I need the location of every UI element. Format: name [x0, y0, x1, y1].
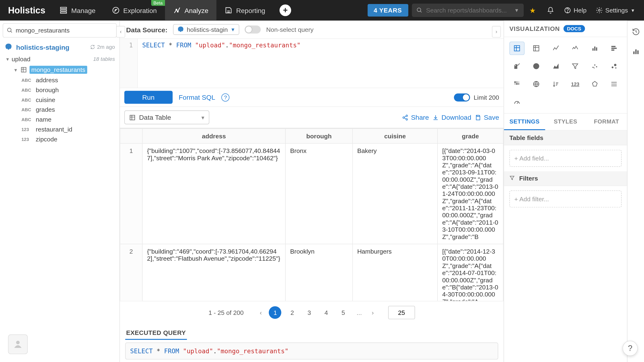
viz-funnel-icon[interactable]	[568, 60, 583, 73]
svg-point-6	[177, 11, 178, 12]
svg-rect-35	[612, 46, 616, 47]
sql-editor[interactable]: 1 SELECT * FROM "upload"."mongo_restaura…	[120, 39, 504, 88]
col-header[interactable]: borough	[286, 128, 353, 143]
page-next[interactable]: ›	[369, 309, 376, 316]
column-row[interactable]: 123 restaurant_id	[0, 124, 120, 134]
column-row[interactable]: ABC borough	[0, 85, 120, 95]
viz-hbar-icon[interactable]	[607, 42, 622, 55]
share-button[interactable]: Share	[402, 114, 429, 121]
page-3[interactable]: 3	[303, 306, 316, 319]
docs-pill[interactable]: DOCS	[564, 25, 585, 32]
format-help-icon[interactable]: ?	[222, 93, 230, 101]
col-header[interactable]: cuisine	[353, 128, 438, 143]
settings-link[interactable]: Settings ▼	[591, 6, 640, 14]
svg-rect-59	[633, 52, 634, 54]
viz-map-icon[interactable]	[529, 77, 544, 91]
viz-kpi-icon[interactable]: 123	[568, 77, 583, 91]
svg-rect-14	[22, 68, 26, 72]
schema-row[interactable]: ▼ upload 18 tables	[0, 54, 120, 64]
column-row[interactable]: ABC cuisine	[0, 95, 120, 105]
viz-sort-icon[interactable]	[548, 77, 564, 91]
svg-rect-34	[596, 47, 597, 51]
nav-manage[interactable]: Manage	[52, 0, 104, 20]
col-header[interactable]: address	[142, 128, 286, 143]
nsq-toggle[interactable]	[245, 26, 261, 34]
run-button[interactable]: Run	[124, 91, 172, 104]
nav-analyze[interactable]: Analyze	[165, 0, 216, 20]
svg-rect-49	[518, 81, 519, 83]
history-icon[interactable]	[630, 26, 642, 38]
table-row[interactable]: ▼ mongo_restaurants	[0, 64, 120, 75]
global-search[interactable]: ▼	[412, 4, 524, 17]
help-fab[interactable]: ?	[622, 341, 638, 356]
viz-bar-icon[interactable]	[587, 42, 602, 55]
sidebar-search-input[interactable]	[16, 27, 113, 34]
page-size-input[interactable]	[388, 306, 415, 319]
svg-rect-39	[516, 65, 517, 68]
viz-spark-icon[interactable]	[568, 42, 583, 55]
datasource-name: holistics-staging	[16, 43, 69, 51]
tab-settings[interactable]: SETTINGS	[504, 114, 545, 130]
table-row[interactable]: 1 {"building":"1007","coord":[-73.856077…	[120, 143, 503, 244]
viz-area-icon[interactable]	[548, 60, 564, 73]
datasource-row[interactable]: holistics-staging 2m ago	[0, 40, 120, 54]
save-button[interactable]: Save	[475, 114, 499, 121]
tab-format[interactable]: FORMAT	[586, 114, 627, 130]
table-row[interactable]: 2 {"building":"469","coord":[-73.961704,…	[120, 244, 503, 302]
row-number: 2	[120, 244, 142, 302]
column-row[interactable]: ABC address	[0, 75, 120, 85]
viz-table-icon[interactable]	[510, 42, 524, 55]
download-button[interactable]: Download	[432, 114, 472, 121]
avatar[interactable]	[8, 334, 28, 354]
chevron-down-icon: ▼	[230, 27, 236, 32]
ds-select[interactable]: holistics-stagin ▼	[173, 24, 239, 35]
add-field-slot[interactable]: + Add field...	[510, 150, 622, 167]
bell-icon[interactable]	[542, 0, 559, 20]
viz-type-select[interactable]: Data Table ▼	[124, 110, 209, 124]
sql-code[interactable]: SELECT * FROM "upload"."mongo_restaurant…	[138, 39, 305, 88]
sql-schema: "upload"	[183, 348, 213, 354]
viz-combo-icon[interactable]	[510, 60, 524, 73]
chart-rail-icon[interactable]	[630, 46, 642, 57]
column-row[interactable]: ABC name	[0, 114, 120, 124]
viz-gauge-icon[interactable]	[510, 95, 524, 109]
viz-list-icon[interactable]	[607, 77, 622, 91]
tab-styles[interactable]: STYLES	[545, 114, 586, 130]
column-row[interactable]: 123 zipcode	[0, 134, 120, 144]
viz-line-icon[interactable]	[548, 42, 564, 55]
nsq-label: Non-select query	[266, 26, 314, 33]
column-row[interactable]: ABC grades	[0, 105, 120, 114]
viz-radar-icon[interactable]	[587, 77, 602, 91]
format-sql-link[interactable]: Format SQL	[179, 94, 215, 101]
viz-pivot-icon[interactable]	[529, 42, 544, 55]
executed-query-tab[interactable]: EXECUTED QUERY	[125, 326, 187, 340]
page-4[interactable]: 4	[320, 306, 332, 319]
nav-exploration[interactable]: Exploration Beta	[104, 0, 165, 20]
results-table-scroll[interactable]: address borough cuisine grade 1 {"buildi…	[120, 128, 504, 302]
svg-rect-48	[516, 81, 518, 83]
page-5[interactable]: 5	[337, 306, 349, 319]
help-link[interactable]: Help	[559, 6, 591, 14]
viz-scatter-icon[interactable]	[587, 60, 602, 73]
sql-star: *	[165, 42, 176, 48]
page-prev[interactable]: ‹	[257, 309, 265, 316]
svg-line-58	[517, 102, 518, 104]
page-2[interactable]: 2	[286, 306, 298, 319]
svg-rect-51	[516, 83, 518, 84]
viz-bubble-icon[interactable]	[607, 60, 622, 73]
page-1[interactable]: 1	[269, 306, 282, 319]
global-search-input[interactable]	[426, 6, 510, 14]
nav-reporting[interactable]: Reporting	[216, 0, 273, 20]
star-icon[interactable]: ★	[524, 0, 542, 20]
right-panel-expand-button[interactable]: ›	[492, 26, 501, 38]
limit-toggle[interactable]	[454, 93, 470, 101]
add-button[interactable]: +	[280, 4, 291, 16]
add-filter-slot[interactable]: + Add filter...	[510, 190, 622, 208]
postgres-icon	[4, 43, 12, 51]
viz-heatmap-icon[interactable]	[510, 77, 524, 91]
col-header[interactable]: grade	[438, 128, 503, 143]
type-badge: ABC	[22, 78, 32, 82]
years-pill[interactable]: 4 YEARS	[368, 4, 408, 16]
viz-pie-icon[interactable]	[529, 60, 544, 73]
sidebar-search[interactable]	[2, 23, 117, 38]
